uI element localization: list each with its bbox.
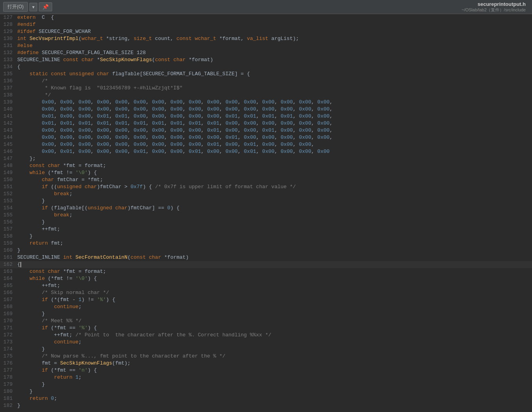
line-content: fmt = SecSkipKnownFlags(fmt); (16, 360, 532, 367)
line-number: 139 (0, 99, 16, 106)
line-number: 181 (0, 395, 16, 402)
code-line-127: 127extern C { (0, 14, 532, 21)
open-dropdown-button[interactable]: ▾ (29, 3, 37, 11)
line-number: 166 (0, 289, 16, 296)
line-number: 150 (0, 176, 16, 183)
line-number: 165 (0, 282, 16, 289)
code-line-161: 161SECUREC_INLINE int SecFormatContainN(… (0, 254, 532, 261)
line-number: 131 (0, 42, 16, 49)
line-content: 0x01, 0x00, 0x00, 0x01, 0x01, 0x00, 0x00… (16, 113, 532, 120)
line-number: 172 (0, 332, 16, 339)
line-content: continue; (16, 303, 532, 310)
line-number: 151 (0, 183, 16, 191)
line-number: 154 (0, 205, 16, 212)
code-line-146: 146 0x00, 0x01, 0x00, 0x00, 0x00, 0x01, … (0, 148, 532, 155)
line-content: #endif (16, 21, 532, 28)
line-number: 155 (0, 212, 16, 219)
line-content: int SecVswprintfImpl(wchar_t *string, si… (16, 35, 532, 42)
code-line-153: 153 } (0, 198, 532, 205)
line-number: 174 (0, 346, 16, 353)
line-number: 171 (0, 325, 16, 332)
code-line-177: 177 if (*fmt == 'n') { (0, 367, 532, 374)
code-line-136: 136 /* (0, 78, 532, 85)
code-line-175: 175 /* Now parse %..., fmt point to the … (0, 353, 532, 360)
code-line-140: 140 0x00, 0x00, 0x00, 0x00, 0x00, 0x00, … (0, 106, 532, 113)
line-number: 138 (0, 92, 16, 99)
line-number: 158 (0, 233, 16, 240)
code-line-168: 168 continue; (0, 303, 532, 310)
line-content: 0x00, 0x00, 0x00, 0x00, 0x00, 0x00, 0x00… (16, 134, 532, 141)
line-number: 128 (0, 21, 16, 28)
code-line-154: 154 if (flagTable[(unsigned char)fmtChar… (0, 205, 532, 212)
line-number: 159 (0, 240, 16, 247)
line-content: const char *fmt = format; (16, 162, 532, 169)
line-content: { (16, 261, 532, 268)
line-number: 173 (0, 339, 16, 346)
code-line-131: 131#else (0, 42, 532, 49)
line-number: 144 (0, 134, 16, 141)
line-number: 178 (0, 374, 16, 381)
code-line-166: 166 /* Skip normal char */ (0, 289, 532, 296)
line-content: * Known flag is "0123456789 +-#hlLwZzjqt… (16, 85, 532, 92)
line-number: 143 (0, 127, 16, 134)
code-line-133: 133SECUREC_INLINE const char *SecSkipKno… (0, 56, 532, 64)
code-line-137: 137 * Known flag is "0123456789 +-#hlLwZ… (0, 85, 532, 92)
line-content: 0x00, 0x01, 0x00, 0x00, 0x00, 0x01, 0x00… (16, 148, 532, 155)
line-number: 140 (0, 106, 16, 113)
code-line-164: 164 while (*fmt != '\0') { (0, 275, 532, 282)
line-content: SECUREC_INLINE const char *SecSkipKnownF… (16, 56, 532, 64)
line-number: 170 (0, 318, 16, 325)
code-line-148: 148 const char *fmt = format; (0, 162, 532, 169)
line-content: return 0; (16, 395, 532, 402)
line-content: continue; (16, 339, 532, 346)
line-number: 145 (0, 141, 16, 148)
line-content: static const unsigned char flagTable[SEC… (16, 71, 532, 78)
code-line-152: 152 break; (0, 191, 532, 198)
code-line-179: 179 } (0, 381, 532, 388)
code-line-132: 132#define SECUREC_FORMAT_FLAG_TABLE_SIZ… (0, 49, 532, 56)
code-line-169: 169 } (0, 310, 532, 318)
line-number: 135 (0, 71, 16, 78)
line-content: } (16, 233, 532, 240)
line-number: 176 (0, 360, 16, 367)
line-content: SECUREC_INLINE int SecFormatContainN(con… (16, 254, 532, 261)
line-content: 0x00, 0x00, 0x00, 0x00, 0x00, 0x00, 0x00… (16, 99, 532, 106)
line-number: 164 (0, 275, 16, 282)
code-line-142: 142 0x01, 0x01, 0x01, 0x01, 0x01, 0x01, … (0, 120, 532, 127)
code-line-162: 162{ (0, 261, 532, 268)
line-content: extern C { (16, 14, 532, 21)
line-content: return fmt; (16, 240, 532, 247)
line-number: 177 (0, 367, 16, 374)
line-number: 137 (0, 85, 16, 92)
open-button[interactable]: 打开(O) (3, 2, 28, 12)
line-content: ++fmt; (16, 226, 532, 233)
line-content: break; (16, 212, 532, 219)
line-content: if (*fmt == '%') { (16, 325, 532, 332)
titlebar-info: secureprintoutput.h ~/OSlab/lab2（复件）/src… (461, 1, 526, 13)
code-line-143: 143 0x00, 0x00, 0x00, 0x00, 0x00, 0x00, … (0, 127, 532, 134)
code-line-180: 180 } (0, 388, 532, 395)
line-content: { (16, 64, 532, 71)
line-content: #define SECUREC_FORMAT_FLAG_TABLE_SIZE 1… (16, 49, 532, 56)
code-line-182: 182} (0, 402, 532, 409)
line-number: 168 (0, 303, 16, 310)
code-line-173: 173 continue; (0, 339, 532, 346)
line-number: 162 (0, 261, 16, 268)
line-number: 146 (0, 148, 16, 155)
code-line-135: 135 static const unsigned char flagTable… (0, 71, 532, 78)
line-content: ++fmt; /* Point to the character after t… (16, 332, 532, 339)
line-content: if (*fmt == 'n') { (16, 367, 532, 374)
code-line-167: 167 if (*(fmt - 1) != '%') { (0, 296, 532, 303)
code-line-155: 155 break; (0, 212, 532, 219)
cursor-indicator (20, 262, 21, 267)
code-line-145: 145 0x00, 0x00, 0x00, 0x00, 0x00, 0x00, … (0, 141, 532, 148)
code-line-141: 141 0x01, 0x00, 0x00, 0x01, 0x01, 0x00, … (0, 113, 532, 120)
code-line-156: 156 } (0, 219, 532, 226)
line-content: } (16, 346, 532, 353)
line-content: /* Now parse %..., fmt point to the char… (16, 353, 532, 360)
line-content: 0x00, 0x00, 0x00, 0x00, 0x00, 0x00, 0x00… (16, 127, 532, 134)
pin-button[interactable]: 📌 (39, 2, 52, 11)
code-line-128: 128#endif (0, 21, 532, 28)
line-number: 169 (0, 310, 16, 318)
line-content: 0x00, 0x00, 0x00, 0x00, 0x00, 0x00, 0x00… (16, 106, 532, 113)
